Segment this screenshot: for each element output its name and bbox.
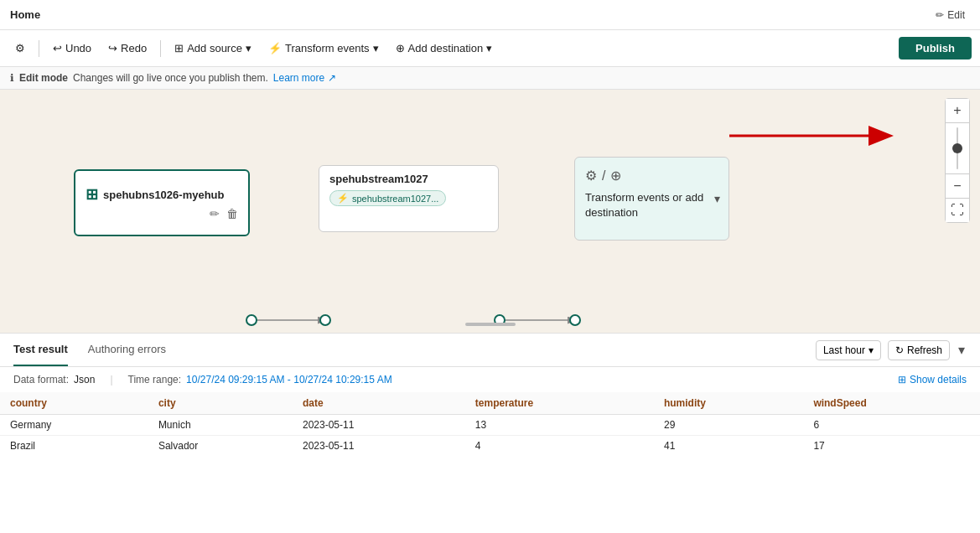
edit-mode-label: Edit mode	[19, 72, 68, 84]
publish-button[interactable]: Publish	[899, 37, 972, 60]
stream-node-tag: ⚡ spehubstream1027...	[329, 190, 446, 206]
source-node-title: ⊞ spehubns1026-myehub	[86, 185, 238, 204]
add-source-button[interactable]: ⊞ Add source ▾	[168, 39, 258, 58]
svg-point-2	[246, 315, 257, 325]
table-cell-0-5: 6	[803, 415, 980, 436]
data-format-value: Json	[74, 374, 95, 386]
transform-events-button[interactable]: ⚡ Transform events ▾	[262, 39, 386, 58]
table-cell-1-0: Brazil	[0, 436, 148, 457]
zoom-in-button[interactable]: +	[946, 99, 969, 122]
canvas: ⊞ spehubns1026-myehub ✏ 🗑 spehubstream10…	[0, 90, 980, 333]
stream-node-title: spehubstream1027	[329, 173, 488, 185]
add-destination-button[interactable]: ⊕ Add destination ▾	[389, 39, 500, 58]
tab-authoring-errors[interactable]: Authoring errors	[88, 334, 166, 366]
table-cell-0-1: Munich	[148, 415, 293, 436]
destination-chevron-icon: ▾	[714, 192, 720, 205]
redo-icon: ↪	[108, 42, 117, 54]
source-node-icon: ⊞	[86, 185, 98, 204]
tab-test-result[interactable]: Test result	[13, 334, 68, 366]
info-icon: ℹ	[10, 72, 14, 84]
svg-point-5	[570, 315, 580, 325]
refresh-button[interactable]: ↻ Refresh	[888, 340, 950, 360]
data-table: countrycitydatetemperaturehumiditywindSp…	[0, 392, 980, 456]
table-header: countrycitydatetemperaturehumiditywindSp…	[0, 392, 980, 415]
edit-source-icon[interactable]: ✏	[210, 207, 220, 220]
title-bar: Home ✏ Edit	[0, 0, 980, 30]
toolbar-separator	[39, 40, 39, 57]
info-bar: ℹ Edit mode Changes will go live once yo…	[0, 67, 980, 90]
tabs-bar: Test result Authoring errors Last hour ▾…	[0, 334, 980, 367]
data-info-left: Data format: Json | Time range: 10/27/24…	[13, 374, 392, 386]
toolbar-separator-2	[160, 40, 161, 57]
transform-events-chevron-icon: ▾	[373, 42, 379, 54]
svg-point-3	[320, 315, 330, 325]
add-source-icon: ⊞	[174, 42, 184, 54]
expand-panel-button[interactable]: ▾	[957, 340, 967, 360]
bottom-panel: Test result Authoring errors Last hour ▾…	[0, 333, 980, 456]
page-title: Home	[10, 8, 40, 21]
show-details-icon: ⊞	[898, 374, 906, 386]
table-cell-0-3: 13	[465, 415, 654, 436]
edit-button[interactable]: ✏ Edit	[931, 8, 970, 23]
last-hour-chevron-icon: ▾	[869, 344, 874, 356]
time-range-value: 10/27/24 09:29:15 AM - 10/27/24 10:29:15…	[186, 374, 392, 386]
table-header-windSpeed: windSpeed	[803, 392, 980, 415]
slider-thumb	[952, 143, 962, 153]
destination-node[interactable]: ⚙ / ⊕ Transform events or add destinatio…	[574, 157, 729, 241]
table-header-date: date	[293, 392, 465, 415]
learn-more-link[interactable]: Learn more ↗	[273, 72, 336, 84]
settings-icon: ⚙	[15, 42, 25, 54]
data-format-label: Data format:	[13, 374, 69, 386]
edit-pencil-icon: ✏	[936, 9, 944, 21]
last-hour-select[interactable]: Last hour ▾	[816, 340, 881, 360]
table-header-row: countrycitydatetemperaturehumiditywindSp…	[0, 392, 980, 415]
destination-divider: /	[602, 168, 605, 184]
title-bar-left: Home	[10, 8, 40, 21]
refresh-icon: ↻	[895, 344, 904, 356]
table-header-city: city	[148, 392, 293, 415]
slider-track	[957, 127, 958, 169]
table-header-country: country	[0, 392, 148, 415]
table-cell-1-2: 2023-05-11	[293, 436, 465, 457]
add-destination-icon: ⊕	[396, 42, 405, 54]
source-node-actions: ✏ 🗑	[86, 207, 238, 220]
show-details-button[interactable]: ⊞ Show details	[898, 374, 967, 386]
add-source-chevron-icon: ▾	[246, 42, 251, 54]
stream-node: spehubstream1027 ⚡ spehubstream1027...	[319, 165, 499, 232]
data-info-bar: Data format: Json | Time range: 10/27/24…	[0, 367, 980, 392]
table-header-temperature: temperature	[465, 392, 654, 415]
table-cell-0-0: Germany	[0, 415, 148, 436]
transform-events-icon: ⚡	[268, 42, 282, 54]
info-message: Changes will go live once you publish th…	[73, 72, 268, 84]
zoom-slider[interactable]	[946, 123, 969, 173]
destination-add-icon: ⊕	[610, 168, 621, 184]
table-cell-1-5: 17	[803, 436, 980, 457]
table-cell-0-4: 29	[654, 415, 803, 436]
canvas-controls: + − ⛶	[945, 98, 970, 223]
table-cell-1-4: 41	[654, 436, 803, 457]
time-range-label: Time range:	[128, 374, 182, 386]
table-header-humidity: humidity	[654, 392, 803, 415]
add-destination-chevron-icon: ▾	[486, 42, 492, 54]
data-info-divider: |	[110, 374, 112, 386]
table-cell-1-1: Salvador	[148, 436, 293, 457]
external-link-icon: ↗	[328, 72, 336, 84]
destination-node-icons: ⚙ / ⊕	[585, 168, 718, 184]
fit-view-button[interactable]: ⛶	[946, 199, 969, 222]
settings-button[interactable]: ⚙	[8, 39, 32, 58]
destination-node-text: Transform events or add destination	[585, 190, 718, 220]
table-row: GermanyMunich2023-05-1113296	[0, 415, 980, 436]
table-row: BrazilSalvador2023-05-1144117	[0, 436, 980, 457]
undo-icon: ↩	[53, 42, 62, 54]
destination-gear-icon: ⚙	[585, 168, 597, 184]
redo-button[interactable]: ↪ Redo	[101, 39, 153, 58]
delete-source-icon[interactable]: 🗑	[226, 207, 238, 220]
undo-button[interactable]: ↩ Undo	[46, 39, 98, 58]
canvas-scrollbar[interactable]	[465, 323, 516, 326]
table-cell-1-3: 4	[465, 436, 654, 457]
toolbar: ⚙ ↩ Undo ↪ Redo ⊞ Add source ▾ ⚡ Transfo…	[0, 30, 980, 67]
tab-actions: Last hour ▾ ↻ Refresh ▾	[816, 340, 967, 360]
stream-tag-icon: ⚡	[337, 193, 349, 204]
zoom-out-button[interactable]: −	[946, 174, 969, 198]
table-cell-0-2: 2023-05-11	[293, 415, 465, 436]
